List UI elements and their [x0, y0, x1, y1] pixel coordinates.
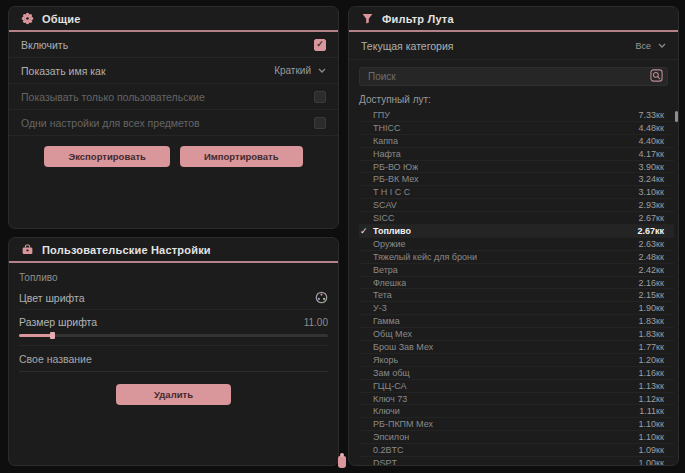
loot-list-item[interactable]: ✓ ГЦЦ-СА 1.13кк: [359, 380, 674, 393]
loot-item-value: 2.16кк: [639, 278, 664, 288]
color-wheel-icon[interactable]: [315, 291, 328, 304]
loot-list-item[interactable]: ✓ Зам общ 1.16кк: [359, 367, 674, 380]
font-color-row: Цвет шрифта: [19, 286, 328, 310]
loot-item-value: 1.16кк: [639, 368, 664, 378]
loot-filter-panel: Фильтр Лута Текущая категория Все Доступ…: [348, 6, 679, 466]
same-all-checkbox[interactable]: ✓: [314, 117, 326, 129]
loot-list-item[interactable]: ✓ Флешка 2.16кк: [359, 277, 674, 290]
loot-list-item[interactable]: ✓ РБ-ВК Мех 3.24кк: [359, 173, 674, 186]
category-row: Текущая категория Все: [349, 32, 678, 60]
checkmark-icon: ✓: [316, 40, 324, 49]
loot-item-name: РБ-ПКПМ Мех: [373, 419, 433, 429]
general-panel-header: Общие: [9, 7, 338, 32]
loot-list-item[interactable]: ✓ Ключ 73 1.12кк: [359, 393, 674, 406]
export-import-button[interactable]: Импортировать: [180, 146, 303, 167]
loot-list-item[interactable]: ✓ 0.2BTC 1.09кк: [359, 444, 674, 457]
loot-item-name: Топливо: [373, 226, 411, 236]
loot-list-item[interactable]: ✓ Гамма 1.83кк: [359, 315, 674, 328]
loot-item-name: РБ-ВК Мех: [373, 174, 419, 184]
loot-item-name: Тета: [373, 290, 392, 300]
loot-item-name: Брош Зав Мех: [373, 342, 433, 352]
chevron-down-icon: [658, 43, 666, 48]
loot-item-name: Общ Мех: [373, 329, 412, 339]
loot-item-name: Эпсилон: [373, 432, 409, 442]
loot-item-name: У-3: [373, 303, 387, 313]
loot-item-value: 4.17кк: [639, 149, 664, 159]
name-mode-value: Краткий: [274, 65, 311, 76]
general-settings-panel: Общие Включить ✓ Показать имя как Кратки…: [8, 6, 339, 229]
chevron-down-icon: [318, 68, 326, 73]
setting-row-enable: Включить ✓: [9, 32, 338, 58]
loot-item-name: Ветра: [373, 265, 398, 275]
search-input[interactable]: [359, 67, 668, 86]
only-custom-checkbox[interactable]: ✓: [314, 91, 326, 103]
loot-item-value: 1.83кк: [639, 329, 664, 339]
search-icon[interactable]: [650, 69, 663, 82]
toolbox-icon: [21, 243, 34, 256]
loot-item-name: SICC: [373, 213, 395, 223]
loot-list-item[interactable]: ✓ Тета 2.15кк: [359, 289, 674, 302]
loot-list-item[interactable]: ✓ Якорь 1.20кк: [359, 354, 674, 367]
loot-list-item[interactable]: ✓ Оружие 2.63кк: [359, 238, 674, 251]
loot-list-item[interactable]: ✓ SCAV 2.93кк: [359, 199, 674, 212]
loot-item-value: 2.15кк: [639, 290, 664, 300]
loot-item-value: 1.12кк: [639, 394, 664, 404]
export-import-button[interactable]: Экспортировать: [44, 146, 169, 167]
gear-icon: [21, 12, 34, 25]
loot-list-item[interactable]: ✓ У-3 1.90кк: [359, 302, 674, 315]
loot-list-item[interactable]: ✓ Нафта 4.17кк: [359, 148, 674, 161]
loot-list-item[interactable]: ✓ THICC 4.48кк: [359, 122, 674, 135]
font-size-label: Размер шрифта: [19, 316, 97, 328]
enable-label: Включить: [21, 39, 68, 51]
delete-button[interactable]: Удалить: [116, 384, 231, 405]
slider-thumb[interactable]: [50, 332, 55, 339]
loot-list-item[interactable]: ✓ Ключи 1.11кк: [359, 405, 674, 418]
loot-item-name: Зам общ: [373, 368, 410, 378]
loot-list-item[interactable]: ✓ Топливо 2.67кк: [359, 225, 674, 238]
loot-list-item[interactable]: ✓ Ветра 2.42кк: [359, 264, 674, 277]
loot-item-value: 1.13кк: [639, 381, 664, 391]
font-size-slider[interactable]: [19, 334, 328, 337]
loot-item-value: 4.40кк: [639, 136, 664, 146]
loot-item-name: Нафта: [373, 149, 401, 159]
loot-item-value: 3.90кк: [639, 162, 664, 172]
list-scrollbar[interactable]: [675, 111, 678, 122]
category-dropdown[interactable]: Все: [635, 41, 666, 51]
slider-fill: [19, 334, 53, 337]
loot-item-name: DSPT: [373, 458, 397, 466]
loot-item-value: 1.00кк: [639, 458, 664, 466]
font-size-block: Размер шрифта 11.00: [19, 310, 328, 346]
loot-list-item[interactable]: ✓ T H I C C 3.10кк: [359, 186, 674, 199]
loot-list-item[interactable]: ✓ SICC 2.67кк: [359, 212, 674, 225]
loot-list-item[interactable]: ✓ Тяжелый кейс для брони 2.48кк: [359, 251, 674, 264]
loot-item-value: 1.11кк: [639, 406, 664, 416]
loot-item-name: Каппа: [373, 136, 398, 146]
custom-name-input[interactable]: Свое название: [19, 346, 328, 372]
loot-item-name: ГЦЦ-СА: [373, 381, 407, 391]
loot-list-item[interactable]: ✓ Общ Мех 1.83кк: [359, 328, 674, 341]
loot-item-value: 3.24кк: [639, 174, 664, 184]
loot-item-name: Ключи: [373, 406, 400, 416]
name-mode-dropdown[interactable]: Краткий: [274, 65, 326, 76]
enable-checkbox[interactable]: ✓: [314, 39, 326, 51]
loot-list-item[interactable]: ✓ Брош Зав Мех 1.77кк: [359, 341, 674, 354]
loot-item-value: 1.09кк: [639, 445, 664, 455]
loot-item-value: 2.63кк: [639, 239, 664, 249]
loot-item-name: ГПУ: [373, 110, 390, 120]
loot-list-item[interactable]: ✓ РБ-ПКПМ Мех 1.10кк: [359, 418, 674, 431]
loot-list-item[interactable]: ✓ Эпсилон 1.10кк: [359, 431, 674, 444]
loot-item-value: 4.48кк: [639, 123, 664, 133]
loot-list-item[interactable]: ✓ ГПУ 7.33кк: [359, 109, 674, 122]
loot-item-value: 1.83кк: [639, 316, 664, 326]
loot-list-item[interactable]: ✓ DSPT 1.00кк: [359, 457, 674, 466]
category-value: Все: [635, 41, 651, 51]
loot-item-name: Гамма: [373, 316, 400, 326]
loot-list-item[interactable]: ✓ РБ-ВО Юж 3.90кк: [359, 161, 674, 174]
loot-list-item[interactable]: ✓ Каппа 4.40кк: [359, 135, 674, 148]
window-resize-grip[interactable]: [338, 456, 346, 468]
loot-item-value: 2.42кк: [639, 265, 664, 275]
loot-item-value: 2.67кк: [639, 213, 664, 223]
user-settings-panel: Пользовательские Настройки Топливо Цвет …: [8, 237, 339, 466]
font-color-label: Цвет шрифта: [19, 292, 85, 304]
loot-item-name: Ключ 73: [373, 394, 407, 404]
